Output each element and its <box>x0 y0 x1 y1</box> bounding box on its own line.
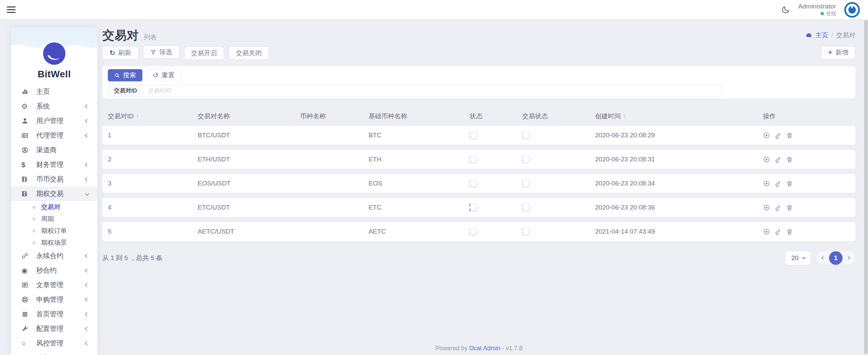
sidebar-item-label: 矿机 <box>36 353 85 355</box>
hamburger-menu-icon[interactable] <box>7 6 17 14</box>
edit-icon[interactable] <box>774 180 782 187</box>
breadcrumb-home[interactable]: 主页 <box>815 31 828 40</box>
user-name: Administrator <box>798 2 836 11</box>
sidebar-item[interactable]: ○矿机 <box>11 351 97 355</box>
table-row: 2ETH/USDTETH2020-06-23 20:08:31 <box>102 150 855 169</box>
next-page-button[interactable] <box>843 257 854 259</box>
top-navbar: Administrator 在线 <box>0 0 868 19</box>
dcat-admin-link[interactable]: Dcat Admin <box>469 345 500 352</box>
sidebar-subitem[interactable]: ○交易对 <box>11 201 97 213</box>
created-time-cell: 2020-06-23 20:08:36 <box>595 204 763 211</box>
toolbar-button[interactable]: 交易开启 <box>184 46 224 60</box>
current-page-button[interactable]: 1 <box>829 251 843 265</box>
page-size-select[interactable]: 20 <box>786 251 811 265</box>
sidebar-item[interactable]: 主页 <box>11 84 97 99</box>
trade-status-toggle[interactable] <box>522 155 523 163</box>
preview-icon[interactable] <box>763 180 770 187</box>
pair-id-input[interactable] <box>143 85 721 97</box>
edit-icon[interactable] <box>774 204 782 211</box>
sidebar-item[interactable]: ⚙系统 <box>11 99 97 114</box>
sidebar-item-label: 系统 <box>36 102 85 111</box>
sidebar-item[interactable]: ○风控管理 <box>11 336 97 351</box>
row-actions <box>763 204 855 211</box>
delete-icon[interactable] <box>786 132 793 139</box>
pagination: 1 <box>816 251 855 265</box>
status-toggle[interactable] <box>470 228 470 235</box>
toolbar-button[interactable]: 交易关闭 <box>229 46 269 60</box>
sidebar-item[interactable]: B币币交易 <box>11 172 97 186</box>
sidebar-item[interactable]: 永续合约 <box>11 249 97 263</box>
status-toggle[interactable] <box>470 155 470 163</box>
toolbar-button[interactable]: ↻刷新 <box>102 46 138 59</box>
preview-icon[interactable] <box>763 228 770 235</box>
chevron-left-icon <box>85 327 89 331</box>
sidebar-item[interactable]: $财务管理 <box>11 157 97 172</box>
dark-mode-moon-icon[interactable] <box>781 5 790 14</box>
id-card-icon <box>21 132 28 139</box>
sort-arrow-icon[interactable]: ↑ <box>136 113 139 120</box>
sort-arrow-icon[interactable]: ↑ <box>623 113 626 120</box>
status-toggle[interactable] <box>470 203 470 211</box>
trade-status-toggle[interactable] <box>522 228 523 235</box>
sidebar-subitem[interactable]: ○期权订单 <box>11 225 97 237</box>
column-header-label: 交易对ID <box>108 112 134 121</box>
sidebar-item-label: 主页 <box>36 87 88 96</box>
delete-icon[interactable] <box>786 228 793 235</box>
avatar[interactable] <box>844 2 860 18</box>
sidebar-item[interactable]: ◉秒合约 <box>11 263 97 278</box>
search-icon <box>114 73 120 78</box>
page-subtitle: 列表 <box>144 33 157 42</box>
reset-button[interactable]: ↺ 重置 <box>146 69 181 81</box>
delete-icon[interactable] <box>786 204 793 211</box>
search-button[interactable]: 搜索 <box>108 69 142 81</box>
breadcrumb-current: 交易对 <box>836 31 855 40</box>
sidebar-item[interactable]: 渠道商 <box>11 143 97 157</box>
edit-icon[interactable] <box>774 156 782 163</box>
sidebar-item-label: 代理管理 <box>36 131 85 140</box>
sidebar-item-label: 风控管理 <box>36 339 85 348</box>
row-actions <box>763 132 855 139</box>
chevron-left-icon <box>85 133 89 138</box>
sidebar-item[interactable]: 配置管理 <box>11 321 97 336</box>
trade-status-toggle[interactable] <box>522 203 523 211</box>
sidebar-item[interactable]: Ƀ期权交易 <box>11 186 97 201</box>
trade-status-toggle[interactable] <box>522 179 523 187</box>
sidebar-item[interactable]: 用户管理 <box>11 114 97 128</box>
chevron-left-icon <box>85 312 89 316</box>
user-menu[interactable]: Administrator 在线 <box>798 2 836 17</box>
circle-bullet-icon: ○ <box>32 204 36 210</box>
column-header: 交易对ID↑ <box>108 112 198 121</box>
delete-icon[interactable] <box>786 156 793 163</box>
pair-id-cell: 4 <box>108 204 198 211</box>
prev-page-button[interactable] <box>817 257 829 259</box>
scrollbar-thumb[interactable] <box>864 20 868 354</box>
sidebar-item[interactable]: 文章管理 <box>11 278 97 292</box>
trade-status-toggle[interactable] <box>522 131 523 139</box>
edit-icon[interactable] <box>774 132 782 139</box>
add-button[interactable]: + 新增 <box>821 46 855 59</box>
pair-name-cell: AETC/USDT <box>198 228 300 235</box>
chevron-left-icon <box>85 283 89 287</box>
sidebar-item[interactable]: 申购管理 <box>11 292 97 307</box>
edit-icon[interactable] <box>774 228 782 235</box>
status-toggle[interactable] <box>470 131 470 139</box>
search-field-label: 交易对ID <box>108 85 143 97</box>
preview-icon[interactable] <box>763 132 770 139</box>
status-toggle[interactable] <box>470 179 470 187</box>
toolbar: ↻刷新筛选交易开启交易关闭 + 新增 <box>102 46 855 59</box>
table-header: 交易对ID↑交易对名称币种名称基础币种名称状态交易状态创建时间↑操作 <box>102 110 855 123</box>
chevron-left-icon <box>85 268 89 273</box>
preview-icon[interactable] <box>763 204 770 211</box>
breadcrumb: 主页 / 交易对 <box>805 31 855 40</box>
row-actions <box>763 180 855 187</box>
sidebar-subitem[interactable]: ○周期 <box>11 213 97 225</box>
column-header-label: 状态 <box>470 112 482 121</box>
sidebar-item[interactable]: 代理管理 <box>11 128 97 143</box>
user-circle-icon <box>21 146 28 154</box>
sidebar-subitem[interactable]: ○期权场景 <box>11 237 97 249</box>
toolbar-button[interactable]: 筛选 <box>143 45 179 59</box>
delete-icon[interactable] <box>786 180 793 187</box>
sidebar-item[interactable]: 首页管理 <box>11 307 97 321</box>
preview-icon[interactable] <box>763 156 770 163</box>
bitwell-logo-icon <box>43 42 65 65</box>
